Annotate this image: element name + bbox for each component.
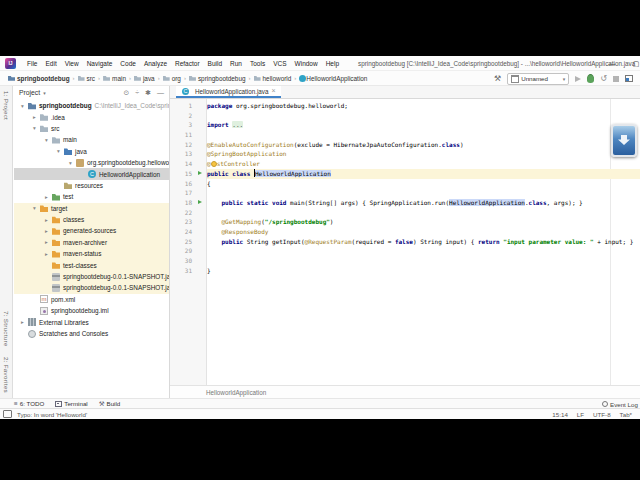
- run-gutter-icon[interactable]: [195, 266, 207, 276]
- run-gutter-icon[interactable]: [195, 140, 207, 150]
- code-line[interactable]: 14 @stController: [170, 159, 640, 169]
- breadcrumb-item[interactable]: java ›: [134, 75, 163, 82]
- close-tab-icon[interactable]: ×: [272, 86, 276, 96]
- code-line[interactable]: 11: [170, 130, 640, 140]
- menu-item[interactable]: Run: [226, 56, 246, 71]
- editor-tab[interactable]: HelloworldApplication.java ×: [176, 86, 281, 98]
- settings-gear-icon[interactable]: ✱: [145, 86, 151, 99]
- run-gutter-icon[interactable]: [195, 208, 207, 218]
- run-gutter-icon[interactable]: [195, 101, 207, 111]
- code-line[interactable]: 1 package org.springbootdebug.helloworld…: [170, 101, 640, 111]
- tree-row[interactable]: Scratches and Consoles: [14, 328, 169, 339]
- tool-stripe-button[interactable]: 7: Structure: [3, 311, 10, 347]
- status-message[interactable]: Typo: In word 'Helloworld': [17, 411, 87, 418]
- run-gutter-icon[interactable]: [195, 227, 207, 237]
- code-line[interactable]: 25 public String getInput(@RequestParam(…: [170, 237, 640, 247]
- tree-row[interactable]: ▸ External Libraries: [14, 316, 169, 327]
- code-line[interactable]: 15 public class HelloworldApplication: [170, 169, 640, 179]
- collapse-all-icon[interactable]: ÷: [135, 86, 139, 99]
- encoding-widget[interactable]: UTF-8: [593, 411, 611, 418]
- tree-chevron-icon[interactable]: ▾: [33, 205, 40, 211]
- breadcrumb-item[interactable]: src ›: [78, 75, 104, 82]
- maximize-button[interactable]: ▢: [628, 58, 640, 69]
- tree-row[interactable]: ▸ .idea: [14, 111, 169, 122]
- project-panel-title[interactable]: Project: [19, 89, 40, 96]
- tree-row[interactable]: ▾ target: [14, 203, 169, 214]
- tree-chevron-icon[interactable]: ▸: [45, 228, 52, 234]
- code-line[interactable]: 17: [170, 188, 640, 198]
- tool-stripe-project[interactable]: 1: Project: [3, 91, 10, 120]
- menu-item[interactable]: Navigate: [83, 56, 117, 71]
- tool-window-build[interactable]: ⚒ Build: [99, 400, 121, 408]
- run-gutter-icon[interactable]: [195, 120, 207, 130]
- run-gutter-icon[interactable]: [195, 169, 207, 179]
- tree-row[interactable]: springbootdebug-0.0.1-SNAPSHOT.jar: [14, 271, 169, 282]
- menu-item[interactable]: Build: [204, 56, 226, 71]
- run-gutter-icon[interactable]: [195, 246, 207, 256]
- tree-chevron-icon[interactable]: ▾: [21, 103, 28, 109]
- tree-row[interactable]: ▾ main: [14, 134, 169, 145]
- tree-row[interactable]: test-classes: [14, 259, 169, 270]
- run-gutter-icon[interactable]: [195, 198, 207, 208]
- restore-layout-icon[interactable]: [625, 75, 633, 82]
- breadcrumb-item[interactable]: HelloworldApplication ›: [299, 75, 367, 82]
- tree-row[interactable]: ▸ maven-archiver: [14, 237, 169, 248]
- menu-item[interactable]: Window: [291, 56, 322, 71]
- menu-item[interactable]: View: [61, 56, 83, 71]
- tree-chevron-icon[interactable]: ▾: [69, 160, 76, 166]
- run-gutter-icon[interactable]: [195, 149, 207, 159]
- tree-chevron-icon[interactable]: ▸: [45, 194, 52, 200]
- code-line[interactable]: 2: [170, 111, 640, 121]
- tree-chevron-icon[interactable]: ▸: [45, 239, 52, 245]
- build-hammer-icon[interactable]: ⚒: [494, 71, 501, 86]
- code-line[interactable]: 29: [170, 246, 640, 256]
- minimize-button[interactable]: —: [604, 58, 620, 69]
- breadcrumb-item[interactable]: org ›: [163, 75, 189, 82]
- code-line[interactable]: 30: [170, 256, 640, 266]
- menu-item[interactable]: Edit: [41, 56, 60, 71]
- code-line[interactable]: 31 }: [170, 266, 640, 276]
- breadcrumb-item[interactable]: main ›: [103, 75, 134, 82]
- editor-breadcrumb-bar[interactable]: HelloworldApplication: [170, 385, 640, 398]
- code-line[interactable]: 24 @ResponseBody: [170, 227, 640, 237]
- tree-row[interactable]: HelloworldApplication: [14, 168, 169, 179]
- run-gutter-icon[interactable]: [195, 188, 207, 198]
- tree-row[interactable]: ▸ maven-status: [14, 248, 169, 259]
- tool-stripe-button[interactable]: 2: Favorites: [3, 357, 10, 393]
- tree-chevron-icon[interactable]: ▸: [45, 251, 52, 257]
- run-gutter-icon[interactable]: [195, 111, 207, 121]
- run-config-dropdown[interactable]: Unnamed ▾: [507, 73, 569, 85]
- tree-row[interactable]: ▾ org.springbootdebug.helloworld: [14, 157, 169, 168]
- run-gutter-icon[interactable]: [195, 159, 207, 169]
- breadcrumb-item[interactable]: springbootdebug ›: [189, 75, 254, 82]
- stop-button[interactable]: [613, 76, 619, 82]
- run-gutter-icon[interactable]: [195, 130, 207, 140]
- tree-chevron-icon[interactable]: ▾: [57, 148, 64, 154]
- menu-item[interactable]: Refactor: [171, 56, 204, 71]
- menu-item[interactable]: Tools: [246, 56, 269, 71]
- run-gutter-icon[interactable]: [195, 179, 207, 189]
- tree-row[interactable]: ▸ generated-sources: [14, 225, 169, 236]
- tree-chevron-icon[interactable]: ▸: [21, 319, 28, 325]
- menu-item[interactable]: Analyze: [140, 56, 171, 71]
- tree-row[interactable]: ▾ src: [14, 123, 169, 134]
- code-line[interactable]: 12 @EnableAutoConfiguration(exclude = Hi…: [170, 140, 640, 150]
- tree-row[interactable]: ▾ springbootdebug C:\IntelliJ_Idea_Code\…: [14, 100, 169, 111]
- code-line[interactable]: 13 @SpringBootApplication: [170, 149, 640, 159]
- editor-breadcrumb-item[interactable]: HelloworldApplication: [206, 389, 266, 396]
- tree-row[interactable]: resources: [14, 180, 169, 191]
- code-line[interactable]: 18 public static void main(String[] args…: [170, 198, 640, 208]
- run-button[interactable]: [575, 76, 581, 82]
- code-line[interactable]: 23 @GetMapping("/springbootdebug"): [170, 217, 640, 227]
- tree-row[interactable]: ▸ test: [14, 191, 169, 202]
- code-line[interactable]: 3 import ...: [170, 120, 640, 130]
- breadcrumb-item[interactable]: springbootdebug ›: [8, 75, 78, 82]
- tool-window-todo[interactable]: ≡ 6: TODO: [14, 400, 44, 407]
- debug-button[interactable]: [587, 75, 594, 83]
- caret-position-widget[interactable]: 15:14: [552, 411, 567, 418]
- code-line[interactable]: 16 {: [170, 179, 640, 189]
- line-separator-widget[interactable]: LF: [577, 411, 584, 418]
- menu-item[interactable]: Help: [322, 56, 343, 71]
- indent-widget[interactable]: Tab*: [620, 411, 632, 418]
- tree-row[interactable]: springbootdebug.iml: [14, 305, 169, 316]
